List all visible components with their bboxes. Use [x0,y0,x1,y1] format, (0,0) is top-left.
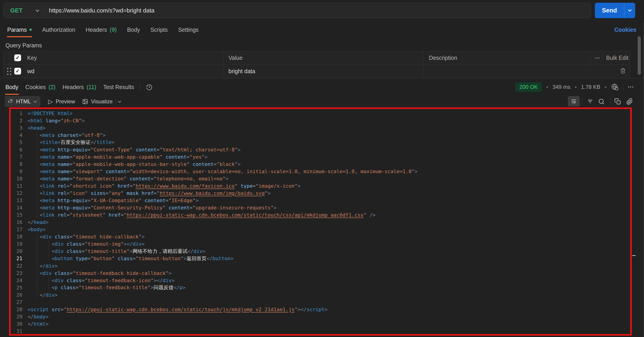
line-number: 31 [11,328,22,334]
copy-icon[interactable] [614,98,621,105]
tab-scripts[interactable]: Scripts [150,22,168,38]
code-text: <title>百度安全验证</title> [22,139,114,146]
checkbox-select-all[interactable]: ✓ [14,54,21,61]
more-views-button[interactable] [118,96,121,107]
unsaved-dot-icon [30,29,32,31]
code-line[interactable]: 3<head> [11,124,630,131]
history-clock-icon[interactable] [146,83,153,91]
code-line[interactable]: 22 </div> [11,262,630,269]
response-body-editor[interactable]: 1<!DOCTYPE html>2<html lang="zh-CN">3<he… [9,107,632,336]
tab-label: Settings [178,27,198,33]
code-line[interactable]: 4 <meta charset="utf-8"> [11,131,630,139]
code-text: <!DOCTYPE html> [22,111,73,116]
tab-authorization[interactable]: Authorization [42,22,75,38]
code-line[interactable]: 5 <title>百度安全验证</title> [11,139,630,146]
code-line[interactable]: 23 <div class="timeout-feedback hide-cal… [11,269,630,277]
code-line[interactable]: 9 <meta name="viewport" content="width=d… [11,168,630,175]
response-time[interactable]: 349 ms [552,84,570,90]
scrollbar-track [643,23,644,337]
line-number: 11 [11,183,22,189]
divider [611,98,611,105]
code-text: </body> [22,314,49,319]
tab-params[interactable]: Params [7,22,32,38]
divider [140,84,140,90]
globe-lock-icon[interactable] [611,83,619,91]
preview-label: Preview [56,98,75,105]
send-options-button[interactable] [624,10,635,11]
filter-lines-icon[interactable] [587,98,594,105]
code-line[interactable]: 29</body> [11,313,630,320]
response-size[interactable]: 1.78 KB [581,84,600,90]
scrollbar-thumb[interactable] [638,36,641,75]
code-line[interactable]: 6 <meta http-equiv="Content-Type" conten… [11,146,630,153]
code-line[interactable]: 28<script src="https://ppui-static-wap.c… [11,306,630,313]
checkbox-row[interactable]: ✓ [14,68,21,75]
code-line[interactable]: 1<!DOCTYPE html> [11,110,630,117]
code-line[interactable]: 7 <meta name="apple-mobile-web-app-capab… [11,153,630,160]
line-number: 2 [11,118,22,124]
bulk-edit-button[interactable]: ••• Bulk Edit [595,55,628,61]
text-wrap-button[interactable] [568,96,580,107]
visualize-button[interactable]: Visualize [82,96,113,107]
line-number: 16 [11,219,22,225]
code-line[interactable]: 25 <p class="timeout-feedback-title">问题反… [11,284,630,291]
tab-settings[interactable]: Settings [178,22,198,38]
code-line[interactable]: 8 <meta name="apple-mobile-web-app-statu… [11,160,630,168]
response-tab-body[interactable]: Body [6,79,18,95]
link-icon[interactable] [626,98,633,105]
code-line[interactable]: 19 <div class="timeout-img"></div> [11,240,630,248]
tab-label: Headers [86,27,107,33]
trash-icon[interactable] [620,68,626,74]
code-line[interactable]: 21 <button type="button" class="timeout-… [11,255,630,262]
cookies-link[interactable]: Cookies [614,22,636,38]
line-number: 1 [11,111,22,116]
code-line[interactable]: 16</head> [11,219,630,226]
code-text: <div class="timeout hide-callback"> [22,234,145,239]
code-line[interactable]: 31 [11,327,630,335]
column-divider [223,51,224,78]
code-line[interactable]: 17<body> [11,226,630,233]
search-icon[interactable] [598,98,605,105]
code-line[interactable]: 14 <meta http-equiv="Content-Security-Po… [11,204,630,211]
more-options-icon: ••• [595,56,600,60]
code-text: <meta name="apple-mobile-web-app-capable… [22,154,208,160]
code-line[interactable]: 20 <div class="timeout-title">网络不给力，请稍后重… [11,248,630,255]
code-line[interactable]: 26 </div> [11,291,630,298]
code-text: <script src="https://ppui-static-wap.cdn… [22,307,328,312]
code-line[interactable]: 27 [11,298,630,306]
divider [44,6,44,15]
response-tab-headers[interactable]: Headers(11) [62,79,96,95]
line-number: 13 [11,198,22,203]
text-wrap-icon [571,98,577,104]
code-text: <meta name="format-detection" content="t… [22,176,229,182]
code-line[interactable]: 30</html> [11,320,630,327]
send-button[interactable]: Send [595,3,635,18]
more-options-icon[interactable]: ••• [628,85,634,89]
code-text: <link rel="shortcut icon" href="https://… [22,183,300,189]
response-toolbar: HTML ▷ Preview Visualize [0,96,644,107]
code-text: <meta http-equiv="X-UA-Compatible" conte… [22,198,198,203]
code-text: <div class="timeout-feedback hide-callba… [22,270,172,276]
preview-button[interactable]: ▷ Preview [48,96,75,107]
tab-label: Headers [62,84,84,90]
code-line[interactable]: 12 <link rel="icon" sizes="any" mask hre… [11,190,630,197]
response-tab-cookies[interactable]: Cookies(2) [25,79,56,95]
response-tab-test-results[interactable]: Test Results [103,79,134,95]
param-value-cell[interactable]: bright data [228,68,255,75]
code-line[interactable]: 15 <link rel="stylesheet" href="https://… [11,211,630,219]
code-line[interactable]: 2<html lang="zh-CN"> [11,117,630,124]
code-line[interactable]: 10 <meta name="format-detection" content… [11,175,630,182]
tab-body[interactable]: Body [127,22,140,38]
code-line[interactable]: 13 <meta http-equiv="X-UA-Compatible" co… [11,197,630,204]
tab-headers[interactable]: Headers(9) [86,22,116,38]
url-input[interactable]: https://www.baidu.com/s?wd=bright data [49,7,154,14]
drag-handle-icon[interactable] [7,68,11,75]
method-select[interactable]: GET [4,7,39,14]
code-text: <link rel="icon" sizes="any" mask href="… [22,190,270,196]
format-select[interactable]: HTML [5,96,40,107]
status-badge[interactable]: 200 OK [516,82,542,92]
code-line[interactable]: 11 <link rel="shortcut icon" href="https… [11,182,630,189]
param-key-cell[interactable]: wd [27,68,34,75]
code-line[interactable]: 24 <div class="timeout-feedback-icon"></… [11,277,630,284]
code-line[interactable]: 18 <div class="timeout hide-callback"> [11,233,630,240]
